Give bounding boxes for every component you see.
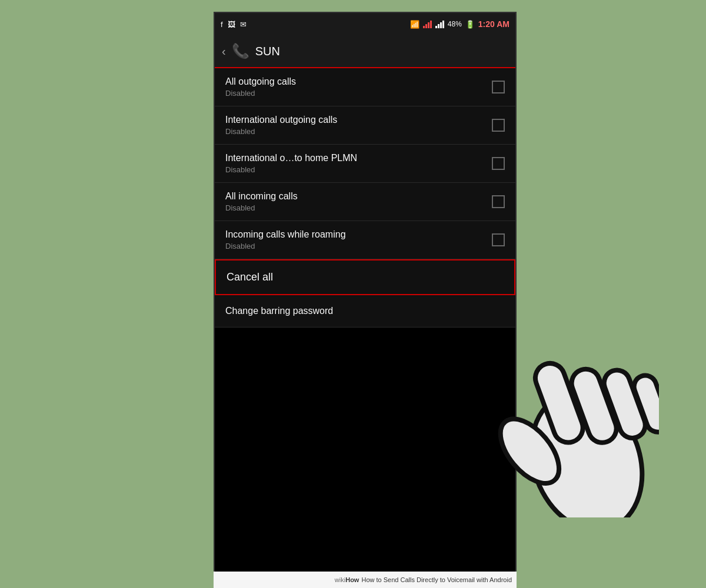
incoming-roaming-checkbox[interactable] <box>492 233 505 246</box>
all-incoming-calls-subtitle: Disabled <box>225 203 492 212</box>
battery-icon: 🔋 <box>465 20 475 29</box>
page-wrapper: f 🖼 ✉ 📶 48 <box>0 0 706 588</box>
svg-rect-2 <box>531 359 587 447</box>
incoming-roaming-text: Incoming calls while roaming Disabled <box>225 229 492 250</box>
how-text: How <box>345 576 359 583</box>
phone-icon: 📞 <box>232 43 249 59</box>
signal2-icon <box>435 20 444 28</box>
international-outgoing-checkbox[interactable] <box>492 119 505 132</box>
carrier-name: SUN <box>255 45 280 58</box>
header-bar: ‹ 📞 SUN <box>215 35 515 68</box>
international-outgoing-text: International outgoing calls Disabled <box>225 115 492 136</box>
status-right-icons: 📶 48% 🔋 1:20 AM <box>410 19 509 29</box>
image-icon: 🖼 <box>228 20 235 29</box>
wikihow-bar: wikiHow How to Send Calls Directly to Vo… <box>214 572 517 588</box>
svg-rect-5 <box>631 372 659 435</box>
wifi-icon: 📶 <box>410 20 419 29</box>
international-outgoing-subtitle: Disabled <box>225 127 492 136</box>
mail-icon: ✉ <box>240 20 247 29</box>
all-incoming-calls-checkbox[interactable] <box>492 195 505 208</box>
wikihow-article-title: How to Send Calls Directly to Voicemail … <box>361 576 512 583</box>
all-outgoing-calls-text: All outgoing calls Disabled <box>225 76 492 98</box>
svg-rect-3 <box>568 365 621 447</box>
back-button[interactable]: ‹ <box>222 45 226 58</box>
svg-rect-4 <box>601 366 649 442</box>
all-incoming-calls-text: All incoming calls Disabled <box>225 191 492 212</box>
all-incoming-calls-item[interactable]: All incoming calls Disabled <box>215 183 515 221</box>
international-home-plmn-text: International o…to home PLMN Disabled <box>225 153 492 174</box>
incoming-roaming-subtitle: Disabled <box>225 242 492 250</box>
time-display: 1:20 AM <box>478 19 509 29</box>
signal1-icon <box>423 20 432 28</box>
all-outgoing-calls-title: All outgoing calls <box>225 76 492 87</box>
cancel-all-label: Cancel all <box>227 271 273 283</box>
international-home-plmn-subtitle: Disabled <box>225 165 492 174</box>
all-outgoing-calls-item[interactable]: All outgoing calls Disabled <box>215 68 515 106</box>
international-outgoing-item[interactable]: International outgoing calls Disabled <box>215 106 515 145</box>
incoming-roaming-title: Incoming calls while roaming <box>225 229 492 240</box>
international-home-plmn-title: International o…to home PLMN <box>225 153 492 163</box>
international-home-plmn-checkbox[interactable] <box>492 157 505 170</box>
all-outgoing-calls-checkbox[interactable] <box>492 81 505 93</box>
status-left-icons: f 🖼 ✉ <box>221 20 248 29</box>
wiki-text: wiki <box>335 576 345 583</box>
change-barring-label: Change barring password <box>225 306 333 316</box>
all-incoming-calls-title: All incoming calls <box>225 191 492 202</box>
battery-percent: 48% <box>448 20 462 28</box>
international-outgoing-title: International outgoing calls <box>225 115 492 125</box>
incoming-roaming-item[interactable]: Incoming calls while roaming Disabled <box>215 221 515 259</box>
svg-point-0 <box>513 377 659 517</box>
phone-container: f 🖼 ✉ 📶 48 <box>214 12 517 576</box>
cancel-all-button[interactable]: Cancel all <box>215 259 515 295</box>
international-home-plmn-item[interactable]: International o…to home PLMN Disabled <box>215 145 515 183</box>
call-barring-menu: All outgoing calls Disabled Internationa… <box>215 68 515 259</box>
all-outgoing-calls-subtitle: Disabled <box>225 89 492 98</box>
facebook-icon: f <box>221 20 223 29</box>
change-barring-button[interactable]: Change barring password <box>215 295 515 328</box>
status-bar: f 🖼 ✉ 📶 48 <box>215 13 515 35</box>
